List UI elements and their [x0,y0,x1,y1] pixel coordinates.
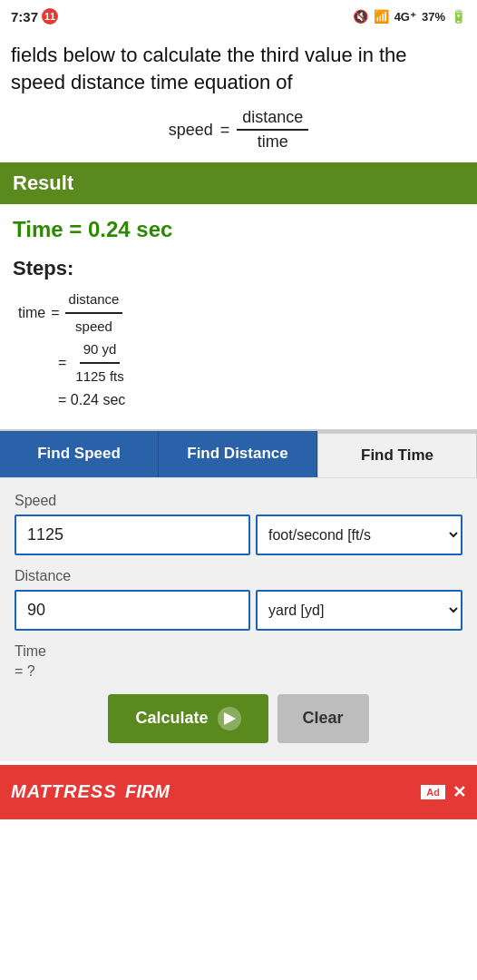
status-bar: 7:37 11 🔇 📶 4G⁺ 37% 🔋 [0,0,477,33]
play-icon [218,707,241,730]
step-result: = 0.24 sec [58,392,125,407]
tab-find-distance[interactable]: Find Distance [159,431,317,477]
result-number: 0.24 sec [88,217,172,241]
distance-field-group: Distance yard [yd] meter [m] kilometer [… [15,568,462,631]
buttons-row: Calculate Clear [15,694,462,743]
step-line-1: time = distance speed [18,288,464,338]
result-value: Time = 0.24 sec [0,211,477,253]
ad-mattress: MATTRESS [11,781,117,801]
time-field-group: Time = ? [15,643,462,680]
step-frac2-num: 90 yd [80,338,121,364]
step-frac1-num: distance [65,288,123,314]
time-display: 7:37 [11,9,38,24]
distance-label: Distance [15,568,462,584]
step-time-label: time [18,300,45,325]
tab-find-time[interactable]: Find Time [317,431,477,477]
ad-logo: MATTRESS FIRM [11,781,170,802]
status-left: 7:37 11 [11,8,58,24]
tabs-container: Find Speed Find Distance Find Time [0,429,477,477]
distance-input[interactable] [15,590,250,631]
ad-close-button[interactable]: ✕ [453,782,466,802]
distance-unit-select[interactable]: yard [yd] meter [m] kilometer [km] mile … [256,590,462,631]
formula-fraction: distance time [237,108,308,152]
tabs-row: Find Speed Find Distance Find Time [0,431,477,477]
speed-field-group: Speed foot/second [ft/s meter/second [m/… [15,493,462,555]
form-area: Speed foot/second [ft/s meter/second [m/… [0,477,477,761]
step-eq-2: = [58,350,66,375]
wifi-icon: 📶 [374,9,389,24]
mute-icon: 🔇 [353,9,368,24]
battery-icon: 🔋 [451,9,466,24]
play-triangle [224,712,236,725]
step-fraction-2: 90 yd 1125 fts [72,338,127,387]
speed-field-row: foot/second [ft/s meter/second [m/s] km/… [15,514,462,555]
formula-denominator: time [252,131,294,152]
result-label: Time = [13,217,82,241]
formula-equals: = [220,121,230,140]
step-frac2-den: 1125 fts [72,364,127,388]
ad-banner: MATTRESS FIRM Ad ✕ [0,765,477,819]
distance-field-row: yard [yd] meter [m] kilometer [km] mile … [15,590,462,631]
clear-button[interactable]: Clear [277,694,369,743]
result-header: Result [0,162,477,204]
ad-right: Ad ✕ [421,782,466,802]
step-line-3: = 0.24 sec [18,387,464,412]
step-eq-1: = [51,300,59,325]
formula-numerator: distance [237,108,308,131]
time-label: Time [15,643,462,660]
ad-firm: FIRM [125,781,170,801]
battery-display: 37% [422,10,445,24]
time-result: = ? [15,663,462,680]
steps-content: time = distance speed = 90 yd 1125 fts =… [13,288,464,412]
intro-text: fields below to calculate the third valu… [0,33,477,101]
formula-lhs: speed [169,121,213,140]
speed-unit-select[interactable]: foot/second [ft/s meter/second [m/s] km/… [256,514,462,555]
step-line-2: = 90 yd 1125 fts [18,338,464,387]
tab-find-speed[interactable]: Find Speed [0,431,159,477]
formula-area: speed = distance time [0,101,477,162]
signal-icon: 4G⁺ [394,10,416,24]
notification-badge: 11 [42,8,58,24]
speed-input[interactable] [15,514,250,555]
step-frac1-den: speed [72,314,116,338]
speed-label: Speed [15,493,462,509]
status-right: 🔇 📶 4G⁺ 37% 🔋 [353,9,466,24]
calculate-label: Calculate [135,709,208,728]
steps-section: Steps: time = distance speed = 90 yd 112… [0,253,477,423]
steps-title: Steps: [13,257,464,280]
step-fraction-1: distance speed [65,288,123,338]
formula-equation: speed = distance time [169,108,309,152]
calculate-button[interactable]: Calculate [108,694,268,743]
ad-label: Ad [421,785,445,799]
